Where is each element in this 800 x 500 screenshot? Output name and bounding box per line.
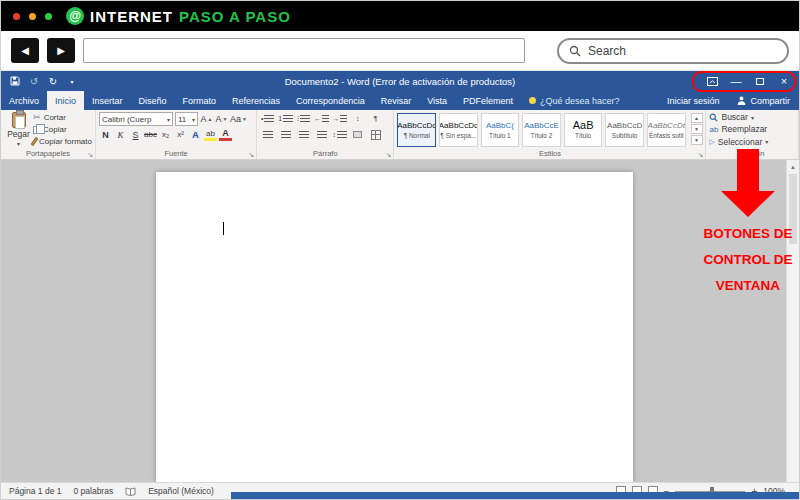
tell-me-box[interactable]: ¿Qué desea hacer? xyxy=(521,91,628,110)
styles-dialog-launcher[interactable]: ↘ xyxy=(698,151,704,158)
qat-customize-icon[interactable]: ▾ xyxy=(66,75,78,87)
forward-button[interactable]: ▶ xyxy=(47,38,75,63)
style-heading1[interactable]: AaBbC( Título 1 xyxy=(481,113,520,147)
change-case-chevron-icon: ▼ xyxy=(242,116,247,122)
style-subtle-emphasis[interactable]: AaBbCcDt Énfasis sutil xyxy=(647,113,686,147)
style-heading2[interactable]: AaBbCcE Título 2 xyxy=(522,113,561,147)
align-left-button[interactable] xyxy=(260,128,275,141)
style-sample: AaBbCcE xyxy=(524,121,559,130)
subscript-button[interactable]: x₂ xyxy=(159,128,172,141)
scissors-icon: ✂ xyxy=(33,113,41,122)
styles-more-icon[interactable]: ▼ xyxy=(691,135,703,145)
style-no-spacing[interactable]: AaBbCcDc ¶ Sin espa... xyxy=(439,113,478,147)
word-count[interactable]: 0 palabras xyxy=(73,486,113,496)
number-icon: 1 xyxy=(278,115,282,122)
tab-archivo[interactable]: Archivo xyxy=(1,91,47,110)
font-color-button[interactable]: A xyxy=(219,128,232,141)
style-name: Énfasis sutil xyxy=(649,132,684,139)
clipboard-dialog-launcher[interactable]: ↘ xyxy=(87,151,93,158)
document-page[interactable] xyxy=(156,172,633,482)
text-effects-button[interactable]: A xyxy=(189,128,202,141)
align-right-button[interactable] xyxy=(296,128,311,141)
copy-button[interactable]: Copiar xyxy=(33,124,92,135)
italic-button[interactable]: K xyxy=(114,128,127,141)
bold-button[interactable]: N xyxy=(99,128,112,141)
show-paragraph-marks-button[interactable]: ¶ xyxy=(368,112,383,125)
strikethrough-button[interactable]: abc xyxy=(144,128,157,141)
sort-button[interactable]: ↕ xyxy=(350,112,365,125)
paste-button[interactable]: Pegar ▾ xyxy=(4,112,33,147)
font-row-2: N K S abc x₂ x² A ab A xyxy=(99,128,253,141)
page-indicator[interactable]: Página 1 de 1 xyxy=(9,486,61,496)
tab-vista[interactable]: Vista xyxy=(419,91,455,110)
sign-in-button[interactable]: Iniciar sesión xyxy=(658,91,729,110)
lightbulb-icon xyxy=(529,97,536,104)
font-size-select[interactable]: 11 ▾ xyxy=(175,112,198,126)
font-size-value: 11 xyxy=(178,115,186,124)
justify-button[interactable] xyxy=(314,128,329,141)
highlight-color-button[interactable]: ab xyxy=(204,128,217,141)
close-button[interactable]: × xyxy=(772,72,796,90)
forward-arrow-icon: ▶ xyxy=(57,45,65,56)
borders-button[interactable] xyxy=(368,128,383,141)
font-family-select[interactable]: Calibri (Cuerp ▾ xyxy=(99,112,173,126)
change-case-button[interactable]: Aa▼ xyxy=(230,113,247,126)
increase-indent-button[interactable]: → xyxy=(332,112,347,125)
search-placeholder: Search xyxy=(588,44,626,58)
language-indicator[interactable]: Español (México) xyxy=(148,486,214,496)
back-button[interactable]: ◀ xyxy=(11,38,39,63)
format-painter-button[interactable]: Copiar formato xyxy=(33,136,92,147)
tab-diseno[interactable]: Diseño xyxy=(131,91,175,110)
find-button[interactable]: Buscar ▾ xyxy=(709,112,795,122)
ribbon-display-options-button[interactable] xyxy=(700,72,724,90)
scroll-up-icon[interactable]: ▲ xyxy=(787,160,799,173)
line-spacing-button[interactable]: ↕ xyxy=(332,128,347,141)
bullet-list-button[interactable]: • xyxy=(260,112,275,125)
select-button[interactable]: ▷ Seleccionar ▾ xyxy=(709,137,795,147)
maximize-button[interactable] xyxy=(748,72,772,90)
undo-icon[interactable]: ↺ xyxy=(28,75,40,87)
underline-button[interactable]: S xyxy=(129,128,142,141)
multilevel-list-button[interactable]: ⁝ xyxy=(296,112,311,125)
clipboard-mini-buttons: ✂ Cortar Copiar Copiar formato xyxy=(33,112,92,147)
styles-group: AaBbCcDc ¶ Normal AaBbCcDc ¶ Sin espa...… xyxy=(394,110,706,159)
copy-icon xyxy=(33,126,40,134)
numbered-list-button[interactable]: 1 xyxy=(278,112,293,125)
grow-arrow-icon: ▲ xyxy=(208,116,213,122)
cut-button[interactable]: ✂ Cortar xyxy=(33,112,92,123)
list-lines-icon xyxy=(300,115,310,123)
tab-referencias[interactable]: Referencias xyxy=(224,91,288,110)
tab-insertar[interactable]: Insertar xyxy=(84,91,131,110)
address-bar[interactable] xyxy=(83,38,525,63)
shading-button[interactable] xyxy=(350,128,365,141)
styles-scroll-up-icon[interactable]: ▲ xyxy=(691,113,703,123)
font-group-label: Fuente xyxy=(96,149,256,158)
style-sample: AaB xyxy=(573,121,594,130)
tab-revisar[interactable]: Revisar xyxy=(373,91,420,110)
decrease-indent-button[interactable]: ← xyxy=(314,112,329,125)
align-center-button[interactable] xyxy=(278,128,293,141)
superscript-button[interactable]: x² xyxy=(174,128,187,141)
redo-icon[interactable]: ↻ xyxy=(47,75,59,87)
font-dialog-launcher[interactable]: ↘ xyxy=(248,151,254,158)
minimize-button[interactable]: — xyxy=(724,72,748,90)
replace-button[interactable]: ab Reemplazar xyxy=(709,124,795,134)
style-subtitle[interactable]: AaBbCcD Subtítulo xyxy=(605,113,644,147)
tab-formato[interactable]: Formato xyxy=(175,91,225,110)
style-normal[interactable]: AaBbCcDc ¶ Normal xyxy=(397,113,436,147)
tab-inicio[interactable]: Inicio xyxy=(47,91,84,110)
find-icon xyxy=(709,113,718,122)
share-button[interactable]: Compartir xyxy=(728,91,799,110)
shrink-font-button[interactable]: A▼ xyxy=(215,113,228,126)
vertical-scrollbar[interactable]: ▲ xyxy=(786,160,799,482)
style-sample: AaBbC( xyxy=(486,121,514,130)
paragraph-dialog-launcher[interactable]: ↘ xyxy=(386,151,392,158)
proofing-button[interactable] xyxy=(125,487,136,496)
styles-scroll-down-icon[interactable]: ▼ xyxy=(691,124,703,134)
tab-pdfelement[interactable]: PDFelement xyxy=(455,91,521,110)
tab-correspondencia[interactable]: Correspondencia xyxy=(288,91,373,110)
grow-font-button[interactable]: A▲ xyxy=(200,113,213,126)
style-title[interactable]: AaB Título xyxy=(564,113,603,147)
search-box[interactable]: Search xyxy=(557,38,789,64)
save-icon[interactable] xyxy=(9,75,21,87)
